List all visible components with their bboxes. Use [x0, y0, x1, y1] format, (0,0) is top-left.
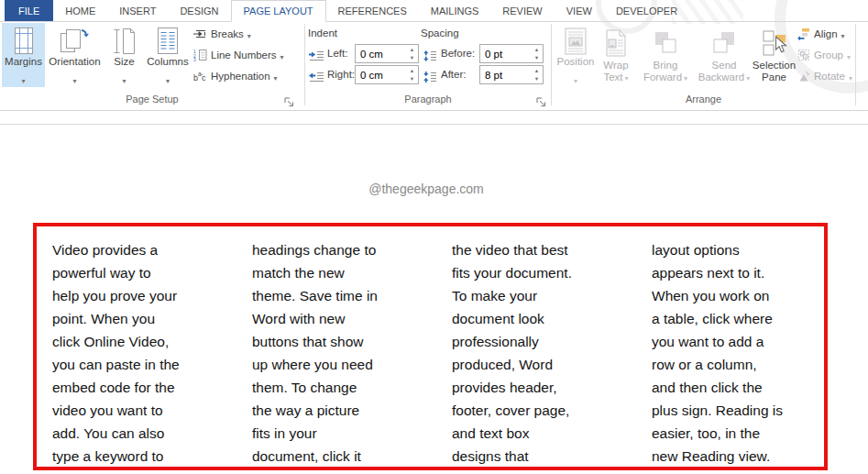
indent-left-input[interactable] [356, 45, 408, 62]
bring-forward-label2: Forward [643, 72, 682, 83]
step-down-icon[interactable] [531, 54, 543, 63]
chevron-down-icon [574, 71, 577, 87]
align-label: Align [814, 28, 838, 40]
step-down-icon[interactable] [531, 75, 543, 84]
line-numbers-button[interactable]: 123 Line Numbers [193, 48, 284, 63]
paragraph-group-label: Paragraph [305, 94, 551, 105]
chevron-down-icon [274, 72, 278, 83]
rotate-icon [797, 70, 810, 84]
tab-mailings[interactable]: MAILINGS [419, 0, 491, 21]
paragraph-dialog-launcher[interactable] [536, 94, 547, 105]
group-arrange: Position Wrap Text Bring Forward [552, 21, 855, 110]
indent-right-input[interactable] [356, 66, 408, 83]
page-top-edge [0, 124, 868, 125]
wrap-text-label: Wrap [603, 60, 628, 72]
size-icon [113, 26, 137, 56]
tab-file[interactable]: FILE [5, 0, 53, 21]
word-window: FILE HOME INSERT DESIGN PAGE LAYOUT REFE… [0, 0, 868, 474]
position-button: Position [556, 23, 595, 87]
spacing-before-input[interactable] [480, 45, 533, 62]
hyphenation-label: Hyphenation [211, 71, 270, 83]
size-label: Size [114, 56, 134, 68]
spacing-after-stepper [531, 66, 543, 83]
tab-references[interactable]: REFERENCES [326, 0, 419, 21]
spacing-before-label: Before: [441, 48, 475, 59]
group-label: Group [814, 50, 843, 61]
chevron-down-icon [625, 72, 629, 83]
tab-home[interactable]: HOME [53, 0, 107, 21]
tab-view[interactable]: VIEW [555, 0, 604, 21]
step-up-icon[interactable] [406, 45, 418, 54]
line-numbers-label: Line Numbers [211, 50, 277, 61]
orientation-icon [59, 26, 92, 56]
spacing-after-input[interactable] [480, 66, 533, 83]
columns-icon [155, 26, 181, 56]
chevron-down-icon [280, 50, 284, 61]
size-button[interactable]: Size [104, 23, 144, 87]
breaks-button[interactable]: Breaks [193, 27, 251, 42]
position-icon [565, 26, 587, 56]
spacing-after-label: After: [441, 69, 466, 80]
chevron-down-icon [166, 71, 170, 87]
bring-forward-label: Bring [654, 60, 678, 72]
step-down-icon[interactable] [406, 54, 418, 63]
send-backward-label2: Backward [698, 72, 745, 83]
wrap-text-button: Wrap Text [597, 23, 635, 87]
hyphenation-button[interactable]: bca- Hyphenation [193, 69, 278, 84]
send-backward-icon [712, 26, 736, 60]
orientation-button[interactable]: Orientation [47, 23, 103, 87]
chevron-down-icon [247, 29, 251, 40]
line-numbers-icon: 123 [193, 49, 207, 63]
svg-text:3: 3 [193, 58, 196, 61]
spacing-before-stepper [531, 45, 543, 62]
tab-developer[interactable]: DEVELOPER [604, 0, 689, 21]
breaks-label: Breaks [211, 28, 244, 40]
indent-left-icon [309, 49, 324, 65]
indent-left-stepper [406, 45, 418, 62]
bring-forward-button: Bring Forward [637, 23, 694, 87]
indent-right-label: Right: [327, 69, 355, 80]
step-up-icon[interactable] [406, 66, 418, 75]
chevron-down-icon [746, 72, 750, 83]
ribbon: Margins Orientation Size [0, 21, 868, 111]
chevron-down-icon [21, 71, 25, 87]
svg-text:a-: a- [198, 70, 203, 76]
wrap-text-icon [605, 26, 627, 60]
step-up-icon[interactable] [531, 45, 543, 54]
position-label: Position [557, 56, 595, 68]
chevron-down-icon [847, 50, 851, 61]
highlight-rectangle [33, 223, 828, 470]
tab-insert[interactable]: INSERT [107, 0, 168, 21]
group-paragraph: Indent Spacing Left: Right: Before: Afte… [305, 21, 551, 110]
group-page-setup: Margins Orientation Size [0, 21, 304, 110]
tab-design[interactable]: DESIGN [168, 0, 230, 21]
spacing-after-icon [423, 70, 437, 86]
tab-review[interactable]: REVIEW [490, 0, 554, 21]
group-separator [855, 24, 856, 105]
spacing-heading: Spacing [421, 28, 459, 39]
chevron-down-icon [684, 72, 687, 83]
wrap-text-label2: Text [603, 72, 622, 83]
breaks-icon [193, 28, 207, 42]
page-setup-dialog-launcher[interactable] [284, 94, 295, 105]
rotate-button: Rotate [797, 69, 852, 84]
group-icon [797, 49, 810, 63]
columns-button[interactable]: Columns [146, 23, 190, 87]
chevron-down-icon [122, 71, 126, 87]
selection-pane-label2: Pane [762, 72, 786, 83]
spacing-before-field [479, 44, 544, 63]
align-button[interactable]: Align [797, 27, 845, 42]
step-down-icon[interactable] [406, 75, 418, 84]
step-up-icon[interactable] [531, 66, 543, 75]
send-backward-button: Send Backward [696, 23, 753, 87]
columns-label: Columns [147, 56, 188, 68]
indent-right-stepper [406, 66, 418, 83]
chevron-down-icon [841, 29, 845, 40]
chevron-down-icon [72, 71, 76, 87]
group-button: Group [797, 48, 851, 63]
indent-heading: Indent [308, 28, 337, 39]
hyphenation-icon: bca- [193, 70, 207, 84]
indent-right-icon [309, 70, 324, 86]
tab-page-layout[interactable]: PAGE LAYOUT [231, 0, 326, 22]
margins-button[interactable]: Margins [2, 23, 45, 87]
